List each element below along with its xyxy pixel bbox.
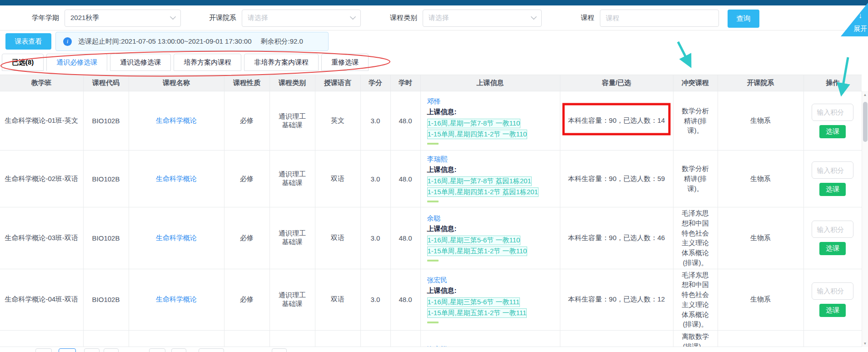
class-name: 生命科学概论-01班-英文 (0, 91, 83, 151)
course-hours: 48.0 (390, 91, 420, 151)
table-header-row: 教学班 课程代码 课程名称 课程性质 课程类别 授课语言 学分 学时 上课信息 … (0, 75, 862, 91)
col-header-class: 教学班 (0, 75, 83, 91)
term-select-value: 2021秋季 (70, 14, 99, 22)
capacity-cell: 本科生容量：90，已选人数：46 (560, 207, 673, 269)
score-input[interactable] (812, 161, 853, 179)
table-row: 生命科学概论-03班-双语 BIO102B 生命科学概论 必修 通识理工基础课 … (0, 207, 862, 269)
pager-button-active[interactable] (59, 348, 76, 352)
course-code: BIO102B (83, 91, 129, 151)
expand-dash-icon[interactable] (427, 143, 439, 145)
select-course-button[interactable]: 选课 (819, 183, 846, 196)
filter-bar: 学年学期 2021秋季 开课院系 请选择 课程类别 请选择 课程 查询 (0, 5, 868, 30)
department-cell: 生物系 (718, 269, 803, 331)
course-name-link[interactable]: 生命科学概论 (156, 175, 197, 182)
pager-button[interactable] (84, 348, 100, 352)
table-row: 生命科学概论-04班-双语 BIO102B 生命科学概论 必修 通识理工基础课 … (0, 269, 862, 331)
tab-bar: 已选(8) 通识必修选课 通识选修选课 培养方案内课程 非培养方案内课程 重修选… (2, 54, 371, 71)
select-course-button[interactable]: 选课 (819, 242, 846, 255)
course-credits: 3.0 (360, 151, 390, 207)
pager-button[interactable] (272, 348, 287, 352)
schedule-label: 上课信息: (427, 108, 556, 116)
course-hours: 48.0 (390, 207, 420, 269)
department-cell: 生物系 (718, 151, 803, 207)
view-timetable-button[interactable]: 课表查看 (5, 33, 51, 50)
course-code: BIO102B (83, 207, 129, 269)
teacher-link[interactable]: 张宏民 (427, 276, 448, 285)
schedule-chip: 1-16周,星期一第7-8节 荔园1栋201 (427, 176, 532, 186)
teacher-link[interactable]: 许宗祥 (427, 345, 448, 347)
course-label: 课程 (581, 14, 594, 22)
schedule-chip: 1-15单周,星期四第1-2节 一教110 (427, 130, 528, 139)
pager-button[interactable] (199, 348, 224, 352)
course-nature: 必修 (224, 207, 269, 269)
course-name-link[interactable]: 生命科学概论 (156, 234, 197, 241)
tab-in-program[interactable]: 培养方案内课程 (174, 54, 241, 71)
course-name-link[interactable]: 生命科学概论 (156, 295, 197, 303)
filter-category: 课程类别 请选择 (390, 5, 542, 30)
department-select-placeholder: 请选择 (248, 14, 268, 22)
table-row: 生命科学概论-01班-英文 BIO102B 生命科学概论 必修 通识理工基础课 … (0, 91, 862, 151)
course-language: 双语 (315, 207, 360, 269)
col-header-action: 操作 (803, 75, 862, 91)
col-header-name: 课程名称 (129, 75, 224, 91)
schedule-chip: 1-15单周,星期五第1-2节 一教111 (427, 308, 527, 318)
scroll-down-icon[interactable]: ▼ (863, 340, 867, 347)
scrollbar-thumb[interactable] (863, 102, 868, 142)
select-course-button[interactable]: 选课 (819, 125, 846, 138)
pager-button[interactable] (104, 348, 119, 352)
course-credits: 3.0 (360, 91, 390, 151)
department-select[interactable]: 请选择 (242, 10, 361, 27)
category-select[interactable]: 请选择 (423, 10, 542, 27)
select-course-button[interactable]: 选课 (819, 304, 846, 317)
tab-retake[interactable]: 重修选课 (321, 54, 369, 71)
capacity-cell: 本科生容量：90，已选人数：12 (560, 269, 673, 331)
course-name-link[interactable]: 生命科学概论 (156, 116, 197, 124)
score-input[interactable] (812, 221, 853, 238)
col-header-language: 授课语言 (315, 75, 360, 91)
tab-general-required[interactable]: 通识必修选课 (46, 54, 107, 71)
tab-selected-courses[interactable]: 已选(8) (2, 54, 44, 71)
tab-general-elective[interactable]: 通识选修选课 (110, 54, 171, 71)
chevron-down-icon (350, 14, 356, 20)
schedule-label: 上课信息: (427, 166, 556, 174)
department-label: 开课院系 (209, 14, 236, 22)
term-select[interactable]: 2021秋季 (65, 10, 181, 27)
col-header-category: 课程类别 (269, 75, 315, 91)
expand-dash-icon[interactable] (427, 260, 439, 261)
course-credits: 3.0 (360, 269, 390, 331)
schedule-label: 上课信息: (427, 287, 556, 295)
tab-out-of-program[interactable]: 非培养方案内课程 (244, 54, 319, 71)
schedule-chip: 1-15单周,星期四第1-2节 荔园1栋201 (427, 187, 539, 197)
pager-button[interactable] (171, 348, 186, 352)
col-header-capacity: 容量/已选 (560, 75, 673, 91)
course-code: BIO102B (83, 269, 129, 331)
conflict-cell: 毛泽东思想和中国特色社会主义理论体系概论(排课)。 (673, 207, 718, 269)
course-selection-page: 学年学期 2021秋季 开课院系 请选择 课程类别 请选择 课程 查询 (0, 0, 868, 352)
category-label: 课程类别 (390, 14, 417, 22)
course-category: 通识理工基础课 (269, 151, 315, 207)
department-cell: 生物系 (718, 207, 803, 269)
course-input[interactable] (600, 10, 719, 27)
col-header-conflict: 冲突课程 (673, 75, 718, 91)
notice-period: 选课起止时间:2021-07-05 13:00:00~2021-09-01 17… (78, 37, 252, 46)
conflict-cell: 数学分析精讲(排课)。 (673, 91, 718, 151)
pager-button[interactable] (149, 348, 165, 352)
course-language: 双语 (315, 269, 360, 331)
table-row: 许宗祥 离散数学(排课)。毛 (0, 331, 862, 347)
term-label: 学年学期 (32, 14, 59, 22)
course-language: 英文 (315, 91, 360, 151)
teacher-link[interactable]: 李瑞熙 (427, 155, 448, 164)
query-button[interactable]: 查询 (728, 10, 759, 28)
scroll-up-icon[interactable]: ▲ (863, 91, 867, 98)
expand-dash-icon[interactable] (427, 322, 439, 323)
score-input[interactable] (812, 282, 853, 300)
teacher-link[interactable]: 余聪 (427, 214, 441, 223)
vertical-scrollbar[interactable]: ▲ ▼ (862, 91, 868, 347)
course-category: 通识理工基础课 (269, 91, 315, 151)
pager-button[interactable] (35, 348, 52, 352)
score-input[interactable] (812, 104, 853, 121)
course-table: 教学班 课程代码 课程名称 课程性质 课程类别 授课语言 学分 学时 上课信息 … (0, 75, 862, 347)
filter-course: 课程 (581, 5, 719, 30)
teacher-link[interactable]: 邓怿 (427, 97, 441, 106)
expand-dash-icon[interactable] (427, 201, 439, 202)
